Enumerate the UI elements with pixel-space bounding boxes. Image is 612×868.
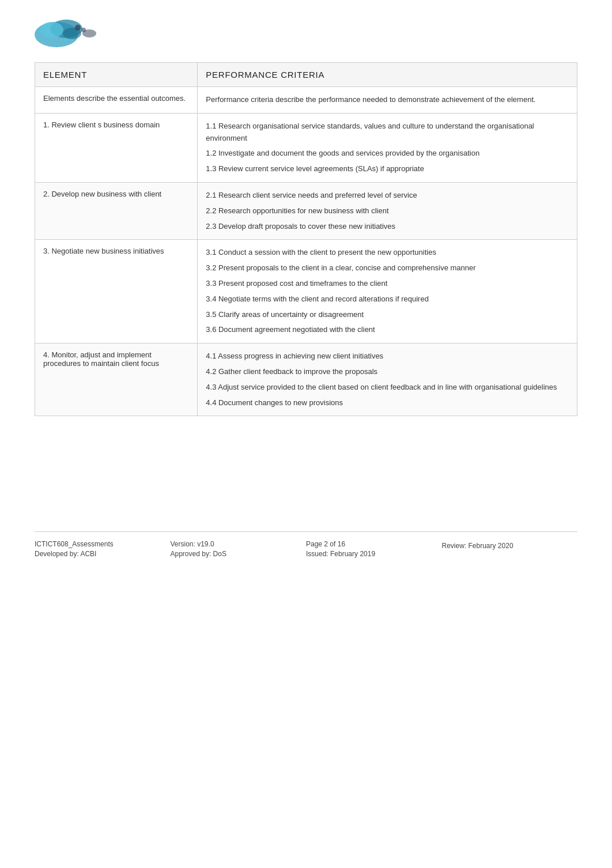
table-header-row: ELEMENT PERFORMANCE CRITERIA bbox=[35, 63, 577, 87]
element-cell-3: 3. Negotiate new business initiatives bbox=[35, 240, 198, 344]
element-cell-4: 4. Monitor, adjust and implement procedu… bbox=[35, 344, 198, 416]
criteria-item: 1.3 Review current service level agreeme… bbox=[206, 163, 569, 175]
description-row: Elements describe the essential outcomes… bbox=[35, 87, 577, 114]
footer-developed-by: Developed by: ACBI bbox=[35, 550, 171, 558]
footer-col-1: ICTICT608_Assessments Developed by: ACBI bbox=[35, 540, 171, 560]
element-description-cell: Elements describe the essential outcomes… bbox=[35, 87, 198, 114]
criteria-item: 2.1 Research client service needs and pr… bbox=[206, 190, 569, 202]
logo-area bbox=[35, 17, 577, 51]
criteria-item: 1.2 Investigate and document the goods a… bbox=[206, 148, 569, 160]
footer-col-4: Review: February 2020 bbox=[442, 540, 578, 560]
criteria-item: 3.3 Present proposed cost and timeframes… bbox=[206, 278, 569, 290]
footer-approved-by: Approved by: DoS bbox=[171, 550, 307, 558]
criteria-description-text: Performance criteria describe the perfor… bbox=[206, 95, 535, 104]
criteria-item: 3.6 Document agreement negotiated with t… bbox=[206, 324, 569, 336]
element-header-label: ELEMENT bbox=[43, 70, 87, 80]
footer-version: Version: v19.0 bbox=[171, 540, 307, 548]
table-row: 1. Review client s business domain1.1 Re… bbox=[35, 113, 577, 182]
criteria-item: 4.3 Adjust service provided to the clien… bbox=[206, 382, 569, 394]
table-row: 2. Develop new business with client2.1 R… bbox=[35, 182, 577, 239]
criteria-item: 2.3 Develop draft proposals to cover the… bbox=[206, 221, 569, 233]
element-cell-2: 2. Develop new business with client bbox=[35, 182, 198, 239]
criteria-cell-4: 4.1 Assess progress in achieving new cli… bbox=[198, 344, 577, 416]
footer-doc-name: ICTICT608_Assessments bbox=[35, 540, 171, 548]
criteria-item: 1.1 Research organisational service stan… bbox=[206, 120, 569, 145]
footer-review: Review: February 2020 bbox=[442, 542, 578, 550]
criteria-header-label: PERFORMANCE CRITERIA bbox=[206, 70, 324, 80]
criteria-item: 3.4 Negotiate terms with the client and … bbox=[206, 293, 569, 305]
element-header-cell: ELEMENT bbox=[35, 63, 198, 87]
element-description-text: Elements describe the essential outcomes… bbox=[43, 94, 186, 103]
footer: ICTICT608_Assessments Developed by: ACBI… bbox=[35, 531, 577, 565]
criteria-item: 4.2 Gather client feedback to improve th… bbox=[206, 366, 569, 378]
footer-issued: Issued: February 2019 bbox=[306, 550, 442, 558]
criteria-header-cell: PERFORMANCE CRITERIA bbox=[198, 63, 577, 87]
logo-icon bbox=[35, 17, 109, 49]
footer-page: Page 2 of 16 bbox=[306, 540, 442, 548]
criteria-item: 3.2 Present proposals to the client in a… bbox=[206, 262, 569, 274]
criteria-item: 2.2 Research opportunities for new busin… bbox=[206, 205, 569, 217]
criteria-cell-2: 2.1 Research client service needs and pr… bbox=[198, 182, 577, 239]
table-row: 4. Monitor, adjust and implement procedu… bbox=[35, 344, 577, 416]
criteria-cell-1: 1.1 Research organisational service stan… bbox=[198, 113, 577, 182]
element-cell-1: 1. Review client s business domain bbox=[35, 113, 198, 182]
footer-col-3: Page 2 of 16 Issued: February 2019 bbox=[306, 540, 442, 560]
criteria-item: 3.1 Conduct a session with the client to… bbox=[206, 247, 569, 259]
svg-point-4 bbox=[75, 25, 81, 31]
table-row: 3. Negotiate new business initiatives3.1… bbox=[35, 240, 577, 344]
main-table: ELEMENT PERFORMANCE CRITERIA Elements de… bbox=[35, 62, 577, 416]
criteria-description-cell: Performance criteria describe the perfor… bbox=[198, 87, 577, 114]
criteria-item: 3.5 Clarify areas of uncertainty or disa… bbox=[206, 309, 569, 321]
criteria-item: 4.1 Assess progress in achieving new cli… bbox=[206, 350, 569, 363]
footer-col-2: Version: v19.0 Approved by: DoS bbox=[171, 540, 307, 560]
criteria-item: 4.4 Document changes to new provisions bbox=[206, 397, 569, 409]
svg-point-2 bbox=[40, 22, 63, 38]
svg-point-6 bbox=[82, 29, 96, 37]
criteria-cell-3: 3.1 Conduct a session with the client to… bbox=[198, 240, 577, 344]
